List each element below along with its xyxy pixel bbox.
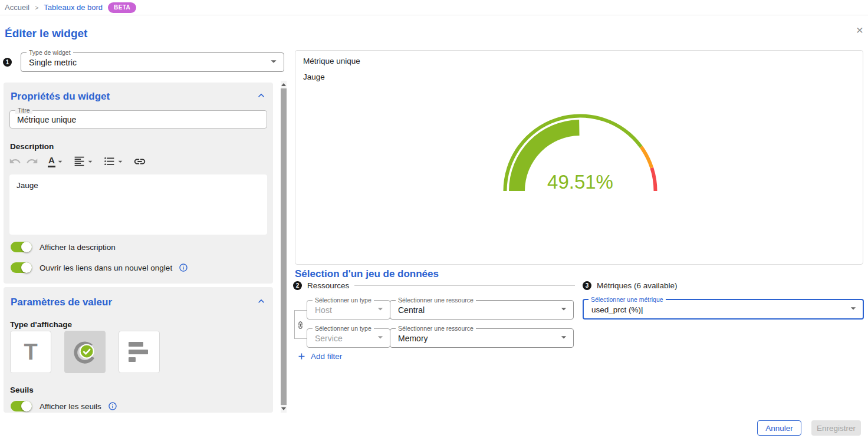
- text-color-button[interactable]: A: [48, 155, 65, 167]
- resources-label: Ressources: [307, 281, 349, 290]
- chevron-down-icon: [374, 303, 386, 317]
- resource-select-1-value: Central: [398, 305, 425, 315]
- show-thresholds-toggle-label: Afficher les seuils: [40, 402, 101, 411]
- save-button[interactable]: Enregistrer: [811, 420, 861, 436]
- resource-select-1[interactable]: Sélectionner une ressource Central: [390, 300, 574, 320]
- display-option-gauge[interactable]: [64, 331, 106, 373]
- resource-select-2-label: Sélectionner une ressource: [396, 325, 476, 332]
- value-settings-section: Paramètres de valeur Type d'affichage T …: [4, 287, 273, 413]
- resource-select-2-value: Memory: [398, 334, 428, 343]
- text-display-icon: T: [24, 341, 37, 363]
- rich-text-toolbar: A: [8, 154, 146, 169]
- align-left-icon: [73, 155, 86, 167]
- dialog-title: Éditer le widget: [5, 27, 87, 40]
- widget-type-select-label: Type de widget: [27, 49, 73, 56]
- close-icon[interactable]: ×: [856, 24, 863, 36]
- left-panel-scrollbar[interactable]: [281, 81, 287, 413]
- chevron-down-icon: [558, 303, 570, 317]
- step-badge-3: 3: [583, 281, 591, 290]
- insert-link-button[interactable]: [133, 155, 146, 168]
- metrics-label: Métriques (6 available): [597, 281, 678, 290]
- metric-select[interactable]: Sélectionner une métrique used_prct (%): [583, 299, 864, 320]
- chevron-down-icon: [86, 157, 95, 166]
- scrollbar-thumb[interactable]: [281, 88, 287, 405]
- resource-type-select-1-label: Sélectionner un type: [313, 297, 374, 304]
- collapse-chevron-up-icon[interactable]: [255, 90, 267, 104]
- display-option-bar-chart[interactable]: [119, 331, 160, 373]
- collapse-chevron-up-icon[interactable]: [255, 295, 267, 309]
- show-thresholds-toggle[interactable]: [9, 400, 33, 412]
- resource-type-select-2-label: Sélectionner un type: [313, 325, 374, 332]
- chevron-down-icon: [116, 157, 125, 166]
- display-option-raw-text[interactable]: T: [10, 331, 51, 373]
- widget-preview-panel: Métrique unique Jauge 49.51%: [295, 50, 863, 265]
- breadcrumb-dashboards-link[interactable]: Tableaux de bord: [44, 3, 103, 12]
- bulleted-list-icon: [103, 155, 116, 167]
- thresholds-label: Seuils: [10, 386, 34, 394]
- open-links-toggle-label: Ouvrir les liens dans un nouvel onglet: [40, 264, 172, 272]
- connector-line: [294, 310, 307, 311]
- gauge-value-label: 49.51%: [547, 171, 613, 193]
- title-field[interactable]: Titre Métrique unique: [9, 110, 267, 129]
- metric-select-label: Sélectionner une métrique: [588, 296, 666, 303]
- resource-type-select-1-value: Host: [315, 305, 332, 315]
- plus-icon: [297, 351, 307, 361]
- resource-select-2[interactable]: Sélectionner une ressource Memory: [390, 328, 574, 348]
- metric-select-value: used_prct (%): [591, 305, 643, 314]
- widget-editor-page: Accueil > Tableaux de bord BETA Éditer l…: [0, 0, 868, 438]
- open-links-toggle[interactable]: [9, 262, 33, 274]
- connector-line: [294, 310, 295, 338]
- bar-chart-display-icon: [129, 342, 150, 362]
- redo-button[interactable]: [25, 154, 40, 169]
- value-settings-heading: Paramètres de valeur: [11, 297, 255, 308]
- widget-properties-section: Propriétés du widget Titre Métrique uniq…: [4, 83, 273, 284]
- text-color-icon: A: [48, 155, 55, 167]
- dataset-heading: Sélection d'un jeu de données: [295, 268, 439, 280]
- description-textarea[interactable]: Jauge: [9, 174, 267, 235]
- breadcrumb-home-link[interactable]: Accueil: [5, 3, 29, 12]
- open-links-toggle-row: Ouvrir les liens dans un nouvel onglet: [9, 261, 188, 275]
- chevron-down-icon: [374, 331, 386, 345]
- title-field-label: Titre: [15, 107, 32, 114]
- text-align-button[interactable]: [73, 155, 95, 167]
- metrics-header: 3 Métriques (6 available): [583, 281, 678, 290]
- add-filter-button[interactable]: Add filter: [297, 351, 342, 361]
- preview-description: Jauge: [303, 73, 325, 81]
- show-description-toggle-label: Afficher la description: [40, 243, 116, 252]
- redo-icon: [26, 155, 38, 167]
- gauge-chart: 49.51%: [501, 111, 660, 195]
- widget-type-select[interactable]: Type de widget Single metric: [21, 52, 284, 72]
- list-format-button[interactable]: [103, 155, 125, 167]
- show-thresholds-toggle-row: Afficher les seuils: [9, 399, 117, 413]
- add-filter-label: Add filter: [311, 352, 342, 361]
- title-field-value: Métrique unique: [17, 115, 76, 124]
- resource-type-select-1[interactable]: Sélectionner un type Host: [307, 300, 390, 320]
- info-icon[interactable]: [108, 401, 117, 411]
- display-type-label: Type d'affichage: [10, 320, 72, 329]
- chevron-down-icon: [558, 331, 570, 345]
- widget-type-select-value: Single metric: [29, 58, 77, 67]
- display-type-options: T: [10, 331, 160, 373]
- link-icon: [133, 155, 146, 168]
- step-badge-2: 2: [293, 281, 302, 290]
- link-resources-icon: [295, 320, 305, 330]
- resources-header: 2 Ressources: [293, 281, 575, 290]
- resource-select-1-label: Sélectionner une ressource: [396, 297, 476, 304]
- undo-icon: [9, 155, 21, 167]
- show-description-toggle[interactable]: [9, 241, 33, 253]
- gauge-display-icon: [71, 338, 98, 365]
- beta-badge: BETA: [108, 2, 136, 13]
- scroll-up-icon[interactable]: [281, 83, 286, 86]
- chevron-down-icon: [267, 55, 280, 70]
- divider: [354, 285, 575, 286]
- step-badge-1: 1: [3, 58, 12, 67]
- resource-type-select-2[interactable]: Sélectionner un type Service: [307, 328, 390, 348]
- info-icon[interactable]: [179, 263, 188, 272]
- scroll-down-icon[interactable]: [281, 407, 286, 410]
- undo-button[interactable]: [8, 154, 22, 169]
- preview-title: Métrique unique: [303, 57, 360, 65]
- cancel-button[interactable]: Annuler: [757, 420, 801, 436]
- widget-properties-heading: Propriétés du widget: [11, 91, 255, 103]
- breadcrumb-separator-icon: >: [35, 4, 38, 11]
- breadcrumb: Accueil > Tableaux de bord BETA: [0, 0, 868, 15]
